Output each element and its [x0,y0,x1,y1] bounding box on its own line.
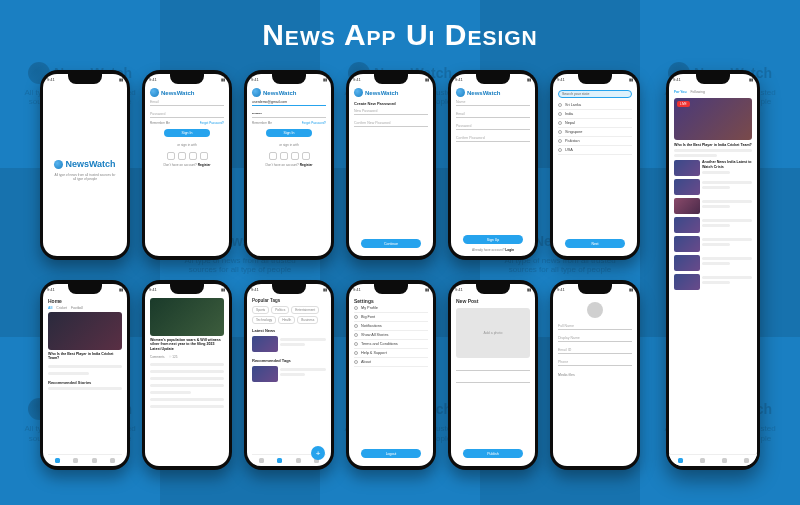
font-icon [354,315,358,319]
confirm-password-field[interactable]: Confirm Password [456,136,530,142]
settings-item[interactable]: Terms and Conditions [354,340,428,349]
stories-icon [354,333,358,337]
news-card[interactable] [252,336,326,352]
email-field[interactable]: Email [150,100,224,106]
nav-search-icon[interactable] [277,458,282,463]
newpost-title: New Post [456,298,530,304]
tab-all[interactable]: All [48,306,52,310]
country-item[interactable]: India [558,110,632,119]
tag-chip[interactable]: Business [297,316,318,324]
register-link[interactable]: Register [198,163,211,167]
nav-bookmark-icon[interactable] [92,458,97,463]
tab-football[interactable]: Football [71,306,83,310]
tab-following[interactable]: Following [691,90,705,94]
google-icon[interactable] [280,152,288,160]
apple-icon[interactable] [189,152,197,160]
displayname-field[interactable]: Display Name [558,336,632,342]
nav-search-icon[interactable] [73,458,78,463]
country-item[interactable]: Nepal [558,119,632,128]
confirm-password-field[interactable]: Confirm New Password [354,121,428,127]
password-field[interactable]: Password [456,124,530,130]
image-upload[interactable]: Add a photo [456,308,530,358]
hero-headline[interactable]: Who Is the Best Player in India Cricket … [48,352,122,361]
phone-field[interactable]: Phone [558,360,632,366]
remember-me-checkbox[interactable]: Remember Me [150,121,170,125]
feed-card[interactable] [674,179,752,195]
country-item[interactable]: Singapore [558,128,632,137]
likes-count[interactable]: 125 [172,355,177,359]
settings-item[interactable]: Big Font [354,313,428,322]
tag-chip[interactable]: Technology [252,316,276,324]
facebook-icon[interactable] [167,152,175,160]
fab-add-button[interactable]: + [311,446,325,460]
forgot-password-link[interactable]: Forgot Password? [200,121,224,125]
screen-feed-tall: 9:41▮▮ For You Following LIVE Who Is the… [666,70,760,470]
settings-item[interactable]: About [354,358,428,367]
password-field[interactable]: •••••••• [252,112,326,118]
news-card[interactable] [252,366,326,382]
signin-button[interactable]: Sign In [266,129,312,137]
or-divider: or sign in with [150,143,224,147]
feed-headline[interactable]: Who Is the Best Player in India Cricket … [674,143,752,147]
country-item[interactable]: Sri Lanka [558,101,632,110]
nav-home-icon[interactable] [55,458,60,463]
tag-chip[interactable]: Sports [252,306,269,314]
apple-icon[interactable] [291,152,299,160]
settings-item[interactable]: Notifications [354,322,428,331]
feed-card[interactable]: Another News India Latest to Watch Crisi… [674,160,752,176]
country-item[interactable]: USA [558,146,632,155]
password-field[interactable]: Password [150,112,224,118]
search-input[interactable]: Search your state [558,90,632,98]
nav-search-icon[interactable] [700,458,705,463]
post-title-field[interactable] [456,365,530,371]
feed-card[interactable] [674,198,752,214]
login-link[interactable]: Login [505,248,514,252]
name-field[interactable]: Name [456,100,530,106]
email-field[interactable]: Email ID [558,348,632,354]
continue-button[interactable]: Continue [361,239,421,248]
nav-profile-icon[interactable] [744,458,749,463]
create-password-title: Create New Password [354,101,428,106]
comments-label[interactable]: Comments [150,355,165,359]
nav-home-icon[interactable] [259,458,264,463]
settings-item[interactable]: Show All Stories [354,331,428,340]
article-image [150,298,224,336]
settings-item[interactable]: My Profile [354,304,428,313]
tag-chip[interactable]: Entertainment [291,306,319,314]
fullname-field[interactable]: Full Name [558,324,632,330]
settings-item[interactable]: Help & Support [354,349,428,358]
tab-cricket[interactable]: Cricket [56,306,67,310]
avatar[interactable] [587,302,603,318]
email-field[interactable]: userdemo@gmail.com [252,100,326,106]
email-field[interactable]: Email [456,112,530,118]
tag-chip[interactable]: Politics [271,306,289,314]
nav-bookmark-icon[interactable] [722,458,727,463]
feed-card[interactable] [674,255,752,271]
signup-button[interactable]: Sign Up [463,235,523,244]
logout-button[interactable]: Logout [361,449,421,458]
nav-bookmark-icon[interactable] [296,458,301,463]
publish-button[interactable]: Publish [463,449,523,458]
live-hero[interactable]: LIVE [674,98,752,140]
google-icon[interactable] [178,152,186,160]
screen-create-password: 9:41▮▮ NewsWatch Create New Password New… [346,70,436,260]
phones-row-1: 9:41▮▮ NewsWatch All type of news from a… [40,70,620,260]
next-button[interactable]: Next [565,239,625,248]
hero-image[interactable] [48,312,122,350]
tag-chip[interactable]: Health [278,316,295,324]
screen-signin: 9:41▮▮ NewsWatch Email Password Remember… [142,70,232,260]
twitter-icon[interactable] [302,152,310,160]
feed-card[interactable] [674,274,752,290]
feed-card[interactable] [674,236,752,252]
nav-profile-icon[interactable] [110,458,115,463]
screen-newpost: 9:41▮▮ New Post Add a photo Publish [448,280,538,470]
feed-card[interactable] [674,217,752,233]
nav-home-icon[interactable] [678,458,683,463]
post-body-field[interactable] [456,377,530,383]
new-password-field[interactable]: New Password [354,109,428,115]
signin-button[interactable]: Sign In [164,129,210,137]
tab-foryou[interactable]: For You [674,90,687,94]
facebook-icon[interactable] [269,152,277,160]
twitter-icon[interactable] [200,152,208,160]
country-item[interactable]: Pakistan [558,137,632,146]
